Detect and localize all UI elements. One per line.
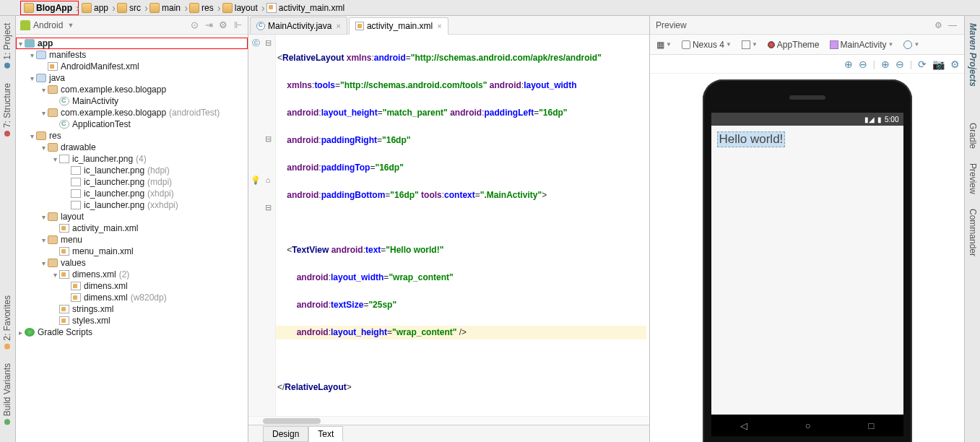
twisty-icon[interactable]: ▾ — [16, 40, 25, 48]
xml-file-icon — [59, 247, 69, 256]
crumb-src[interactable]: src — [114, 1, 147, 15]
tree-node-java[interactable]: ▾java — [16, 72, 248, 84]
crumb-app[interactable]: app — [79, 1, 114, 15]
tree-node-ic-h[interactable]: ic_launcher.png(hdpi) — [16, 165, 248, 176]
twisty-icon[interactable]: ▾ — [39, 109, 48, 117]
camera-icon[interactable]: 📷 — [932, 58, 945, 70]
twisty-icon[interactable]: ▾ — [39, 144, 48, 152]
tree-node-pkg2[interactable]: ▾com.example.keso.blogapp(androidTest) — [16, 107, 248, 118]
gear-icon[interactable]: ⚙ — [217, 20, 229, 31]
crumb-layout[interactable]: layout — [220, 1, 264, 15]
gear-icon[interactable]: ⚙ — [932, 20, 944, 31]
zoom-fit-icon[interactable]: ⊕ — [881, 58, 890, 70]
twisty-icon[interactable]: ▾ — [39, 236, 48, 244]
twisty-icon[interactable]: ▾ — [51, 155, 59, 163]
tree-node-strings[interactable]: strings.xml — [16, 303, 248, 315]
back-icon[interactable]: ◁ — [740, 420, 747, 431]
tree-node-pkg1[interactable]: ▾com.example.keso.blogapp — [16, 84, 248, 95]
tab-preview[interactable]: Preview — [965, 156, 980, 202]
tree-node-dimens2[interactable]: dimens.xml(w820dp) — [16, 292, 248, 303]
globe-icon — [903, 40, 912, 49]
tree-node-dimens[interactable]: ▾dimens.xml(2) — [16, 269, 248, 280]
twisty-icon[interactable]: ▾ — [27, 74, 36, 82]
tree-node-mainactivity[interactable]: MainActivity — [16, 95, 248, 107]
refresh-icon[interactable]: ⟳ — [918, 58, 927, 70]
tab-text[interactable]: Text — [308, 426, 343, 442]
tree-node-activitymain[interactable]: activity_main.xml — [16, 222, 248, 234]
fold-icon[interactable]: ⊟ — [263, 38, 273, 48]
tab-structure[interactable]: 7: Structure — [0, 76, 14, 144]
activity-dropdown[interactable]: MainActivity▼ — [826, 37, 898, 53]
scrollbar-thumb[interactable] — [263, 418, 321, 424]
tree-node-app[interactable]: ▾app — [16, 38, 248, 49]
preview-header: Preview ⚙ — — [650, 16, 964, 35]
tree-node-ic-x[interactable]: ic_launcher.png(xhdpi) — [16, 188, 248, 199]
home-icon[interactable]: ○ — [805, 420, 811, 431]
recent-icon[interactable]: □ — [869, 420, 875, 431]
settings-icon[interactable]: ⚙ — [950, 58, 960, 70]
bulb-icon[interactable]: 💡 — [251, 175, 261, 185]
twisty-icon[interactable]: ▾ — [51, 271, 59, 279]
node-label: ic_launcher.png — [84, 165, 144, 176]
tree-node-res[interactable]: ▾res — [16, 130, 248, 142]
code-editor[interactable]: <RelativeLayout xmlns:android="http://sc… — [276, 35, 649, 416]
twisty-icon[interactable]: ▾ — [39, 259, 48, 267]
twisty-icon[interactable]: ▾ — [39, 213, 48, 221]
hide-icon[interactable]: — — [947, 20, 958, 31]
fold-end-icon[interactable]: ⊟ — [263, 202, 273, 212]
tab-maven[interactable]: Maven Projects — [965, 16, 980, 94]
horizontal-scrollbar[interactable] — [248, 416, 649, 425]
override-icon[interactable]: ⌂ — [263, 175, 273, 185]
scroll-from-source-icon[interactable]: ⊙ — [188, 20, 200, 31]
tree-node-values[interactable]: ▾values — [16, 257, 248, 269]
orientation-icon — [742, 40, 750, 49]
zoom-out-icon[interactable]: ⊖ — [859, 58, 867, 70]
tree-node-gradle[interactable]: ▸Gradle Scripts — [16, 326, 248, 338]
hide-icon[interactable]: ⊩ — [232, 20, 243, 31]
tree-node-apptest[interactable]: ApplicationTest — [16, 118, 248, 130]
tree-node-ic-m[interactable]: ic_launcher.png(mdpi) — [16, 176, 248, 188]
zoom-in-icon[interactable]: ⊕ — [844, 58, 853, 70]
tree-node-layout[interactable]: ▾layout — [16, 211, 248, 222]
tab-commander[interactable]: Commander — [965, 202, 980, 264]
battery-icon: ▮ — [877, 116, 882, 124]
crumb-main[interactable]: main — [147, 1, 186, 15]
tab-mainactivity[interactable]: MainActivity.java× — [250, 17, 347, 34]
twisty-icon[interactable]: ▾ — [39, 86, 48, 94]
tree-node-ic-xx[interactable]: ic_launcher.png(xxhdpi) — [16, 199, 248, 211]
tab-label: Maven Projects — [968, 23, 978, 87]
device-dropdown[interactable]: Nexus 4▼ — [678, 37, 735, 53]
zoom-actual-icon[interactable]: ⊖ — [896, 58, 904, 70]
tab-project[interactable]: 1: Project — [0, 16, 14, 76]
locale-dropdown[interactable]: ▼ — [900, 37, 923, 53]
tree-node-manifest-file[interactable]: AndroidManifest.xml — [16, 61, 248, 72]
tree-node-iclauncher[interactable]: ▾ic_launcher.png(4) — [16, 153, 248, 165]
tab-favorites[interactable]: 2: Favorites — [0, 288, 14, 357]
project-mode-dropdown[interactable]: Android — [33, 20, 63, 30]
tree-node-drawable[interactable]: ▾drawable — [16, 142, 248, 153]
tree-node-menu[interactable]: ▾menu — [16, 234, 248, 246]
twisty-icon[interactable]: ▾ — [27, 51, 36, 59]
twisty-icon[interactable]: ▾ — [27, 132, 36, 140]
tab-gradle[interactable]: Gradle — [965, 116, 980, 156]
tree-node-menumain[interactable]: menu_main.xml — [16, 246, 248, 257]
orientation-dropdown[interactable]: ▼ — [738, 37, 761, 53]
close-icon[interactable]: × — [336, 22, 340, 30]
tree-node-manifests[interactable]: ▾manifests — [16, 49, 248, 61]
crumb-res[interactable]: res — [186, 1, 220, 15]
collapse-icon[interactable]: ⇥ — [203, 20, 214, 31]
crumb-blogapp[interactable]: BlogApp — [20, 1, 79, 15]
hello-textview[interactable]: Hello world! — [717, 131, 786, 147]
tree-node-dimens1[interactable]: dimens.xml — [16, 280, 248, 292]
tab-build-variants[interactable]: Build Variants — [0, 356, 14, 432]
twisty-icon[interactable]: ▸ — [16, 329, 25, 337]
crumb-file[interactable]: activity_main.xml — [264, 1, 350, 15]
class-gutter-icon[interactable]: ⓒ — [251, 38, 261, 48]
render-dropdown[interactable]: ▦▼ — [653, 37, 675, 53]
close-icon[interactable]: × — [437, 22, 441, 30]
theme-dropdown[interactable]: AppTheme — [764, 37, 823, 53]
tab-activitymain[interactable]: activity_main.xml× — [349, 17, 448, 35]
tree-node-styles[interactable]: styles.xml — [16, 315, 248, 326]
fold-icon[interactable]: ⊟ — [263, 134, 273, 144]
tab-design[interactable]: Design — [263, 426, 308, 442]
